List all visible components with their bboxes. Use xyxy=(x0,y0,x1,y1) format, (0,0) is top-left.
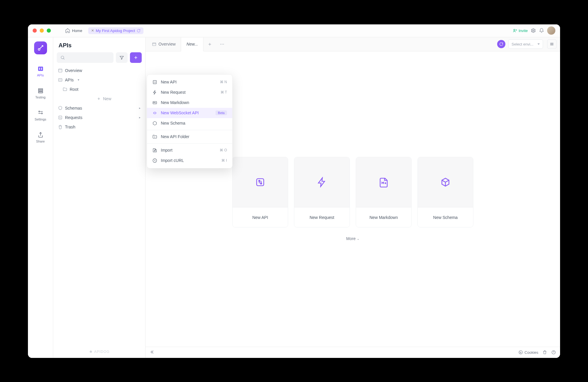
dd-import[interactable]: Import ⌘ O xyxy=(147,145,232,155)
dd-new-api-label: New API xyxy=(161,80,177,84)
close-tab-icon[interactable]: ✕ xyxy=(91,29,94,33)
folder-plus-icon xyxy=(152,134,157,139)
dd-new-folder[interactable]: New API Folder xyxy=(147,132,232,142)
invite-label: Invite xyxy=(519,29,528,33)
nav-rail: APIs Testing Settings Share xyxy=(28,37,53,358)
cookies-label: Cookies xyxy=(524,350,538,355)
tab-overview-label: Overview xyxy=(158,42,176,46)
add-button[interactable] xyxy=(130,52,142,63)
app-logo[interactable] xyxy=(34,41,47,54)
rail-settings[interactable]: Settings xyxy=(31,107,50,123)
rail-apis[interactable]: APIs xyxy=(31,63,50,79)
card-new-api[interactable]: New API xyxy=(232,157,288,227)
dd-import-shortcut: ⌘ O xyxy=(220,148,227,152)
card-new-schema-label: New Schema xyxy=(433,215,457,220)
dd-new-schema[interactable]: New Schema xyxy=(147,118,232,128)
sidebar-apis-label: APIs xyxy=(65,78,74,82)
sidebar-trash[interactable]: Trash xyxy=(53,122,145,132)
rail-testing-label: Testing xyxy=(35,96,46,99)
env-refresh-button[interactable] xyxy=(497,40,505,48)
sidebar-new-item[interactable]: New xyxy=(53,94,145,103)
sidebar-requests[interactable]: Requests ▸ xyxy=(53,113,145,122)
dd-new-request[interactable]: New Request ⌘ T xyxy=(147,87,232,98)
env-menu-button[interactable] xyxy=(547,39,557,49)
rail-share[interactable]: Share xyxy=(31,129,50,145)
sync-icon xyxy=(137,29,141,33)
dd-import-curl[interactable]: Import cURL ⌘ I xyxy=(147,155,232,166)
svg-point-18 xyxy=(223,44,224,44)
card-new-request[interactable]: New Request xyxy=(294,157,350,227)
svg-rect-15 xyxy=(153,43,156,46)
testing-icon xyxy=(37,88,44,94)
svg-rect-6 xyxy=(38,88,43,90)
dd-new-folder-label: New API Folder xyxy=(161,134,189,139)
svg-point-16 xyxy=(220,44,221,44)
tab-add-button[interactable] xyxy=(203,37,216,51)
ellipsis-icon xyxy=(220,42,225,47)
home-button[interactable]: Home xyxy=(62,27,85,34)
card-new-schema[interactable]: New Schema xyxy=(417,157,473,227)
card-new-markdown[interactable]: New Markdown xyxy=(356,157,412,227)
sidebar-title: APIs xyxy=(59,42,140,49)
dd-new-websocket-label: New WebSocket API xyxy=(161,110,199,115)
more-label: More xyxy=(346,236,356,241)
minimize-window-button[interactable] xyxy=(40,29,44,33)
sidebar-overview[interactable]: Overview xyxy=(53,66,145,75)
settings-icon[interactable] xyxy=(531,28,536,33)
rail-testing[interactable]: Testing xyxy=(31,85,50,101)
svg-rect-27 xyxy=(153,80,156,83)
import-curl-icon xyxy=(152,158,157,163)
sidebar-root-folder[interactable]: Root xyxy=(53,85,145,94)
bell-icon[interactable] xyxy=(539,28,544,33)
project-tab[interactable]: ✕ My First Apidog Project xyxy=(88,27,144,34)
dd-import-label: Import xyxy=(161,148,173,153)
schema-icon xyxy=(58,106,63,110)
user-avatar[interactable] xyxy=(547,26,555,35)
trash-footer-icon[interactable] xyxy=(542,350,547,355)
dd-new-api[interactable]: New API ⌘ N xyxy=(147,77,232,87)
svg-point-0 xyxy=(514,29,515,31)
request-card-icon xyxy=(317,177,327,187)
dd-new-markdown[interactable]: New Markdown xyxy=(147,98,232,108)
invite-button[interactable]: Invite xyxy=(513,29,528,33)
share-icon xyxy=(37,132,44,138)
sidebar-trash-label: Trash xyxy=(65,125,75,129)
svg-point-20 xyxy=(259,180,260,182)
svg-point-25 xyxy=(520,353,520,353)
svg-point-11 xyxy=(61,56,64,58)
filter-button[interactable] xyxy=(116,52,128,63)
sidebar-apis-group[interactable]: APIs ▼ xyxy=(53,75,145,85)
dd-import-curl-label: Import cURL xyxy=(161,158,184,163)
search-input[interactable] xyxy=(57,52,113,63)
svg-rect-19 xyxy=(257,179,264,186)
card-new-markdown-label: New Markdown xyxy=(370,215,398,220)
rail-share-label: Share xyxy=(36,140,45,143)
sidebar-schemas[interactable]: Schemas ▸ xyxy=(53,103,145,113)
tab-more-button[interactable] xyxy=(216,37,228,51)
dd-new-websocket[interactable]: New WebSocket API Beta xyxy=(147,108,232,118)
tab-new[interactable]: New... xyxy=(181,38,203,51)
markdown-icon xyxy=(152,100,157,105)
close-window-button[interactable] xyxy=(33,29,37,33)
more-link[interactable]: More ⌄ xyxy=(346,236,360,241)
new-dropdown-menu: New API ⌘ N New Request ⌘ T New Markdown… xyxy=(147,74,233,168)
environment-select[interactable]: Select envi... xyxy=(508,39,543,49)
maximize-window-button[interactable] xyxy=(47,29,51,33)
search-icon xyxy=(60,55,65,60)
svg-point-23 xyxy=(520,352,520,352)
collapse-icon xyxy=(150,350,154,354)
tab-overview[interactable]: Overview xyxy=(147,37,181,51)
overview-icon xyxy=(58,68,63,73)
cookies-button[interactable]: Cookies xyxy=(518,350,538,355)
svg-point-10 xyxy=(41,113,42,114)
cookie-icon xyxy=(518,350,523,355)
card-new-request-label: New Request xyxy=(310,215,334,220)
footer-bar: Cookies xyxy=(146,347,560,358)
sidebar-overview-label: Overview xyxy=(65,68,82,73)
collapse-sidebar-button[interactable] xyxy=(150,350,154,355)
rail-settings-label: Settings xyxy=(35,118,46,121)
svg-rect-4 xyxy=(39,68,40,70)
home-label: Home xyxy=(72,29,82,33)
help-icon[interactable] xyxy=(551,350,556,355)
websocket-icon xyxy=(152,110,157,115)
